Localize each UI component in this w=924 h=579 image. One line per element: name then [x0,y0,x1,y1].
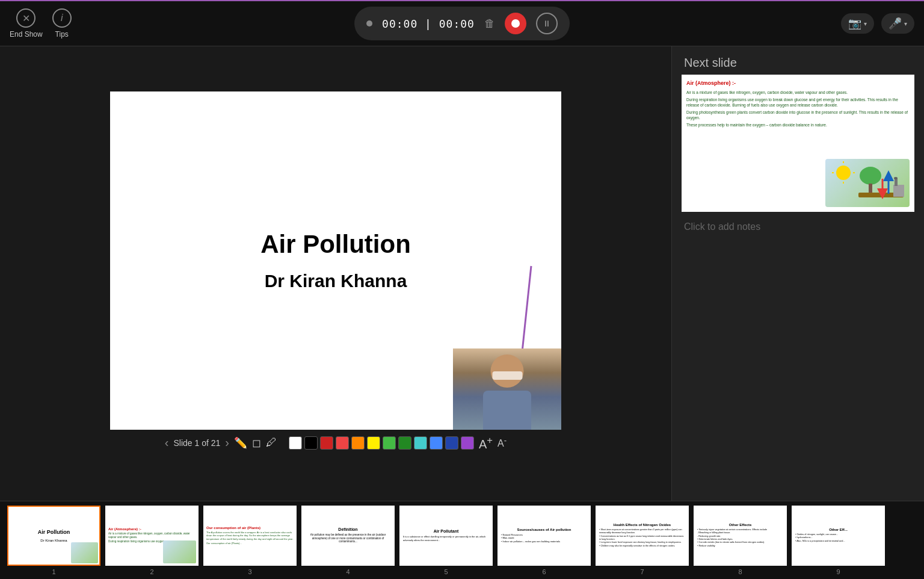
top-bar-left: ✕ End Show i Tips [10,8,72,39]
mic-chevron-icon: ▾ [904,20,907,27]
camera-chevron-icon: ▾ [864,20,867,27]
prev-slide-button[interactable]: ‹ [165,436,169,450]
record-button[interactable] [505,13,526,34]
thumb-num-1: 1 [52,568,55,575]
next-slide-text3: During photosynthesis green plants conve… [686,110,910,120]
thumbnail-9[interactable]: Other Eff... • Oxides of nitrogen, sunli… [792,506,885,575]
color-green1[interactable] [383,436,396,450]
thumb-num-9: 9 [836,568,840,575]
tips-button[interactable]: i Tips [52,8,72,39]
timer-status-dot [366,20,372,26]
timer-display: 00:00 | 00:00 [382,17,475,30]
record-icon [511,19,520,28]
thumb-num-4: 4 [346,568,350,575]
next-slide-content: Air (Atmosphere) :- Air is a mixture of … [682,75,914,134]
color-white[interactable] [289,436,302,450]
notes-placeholder: Click to add notes [684,221,760,232]
next-slide-diagram [825,159,910,207]
highlight-tool-button[interactable]: 🖊 [266,436,277,449]
slide-author: Dr Kiran Khanna [265,271,407,291]
thumb-img-9: Other Eff... • Oxides of nitrogen, sunli… [792,506,885,566]
next-slide-button[interactable]: › [225,436,229,450]
next-slide-title: Air (Atmosphere) :- [686,79,910,87]
person-body [483,391,531,430]
right-controls: 📷 ▾ 🎤 ▾ [841,13,914,34]
thumbnail-8[interactable]: Other Effects • Seriously injure vegetat… [694,506,787,575]
svg-point-7 [860,167,881,185]
thumb-num-5: 5 [444,568,448,575]
slide-info: Slide 1 of 21 [173,438,220,448]
person-head [491,355,524,388]
thumb-img-4: Definition Air pollution may be defined … [301,506,395,566]
thumbnail-6[interactable]: Sources/causes of Air pollution • Natura… [497,506,591,575]
camera-button[interactable]: 📷 ▾ [841,13,874,34]
pen-tool-button[interactable]: ✏️ [234,436,247,450]
end-show-icon: ✕ [16,8,35,28]
pause-button[interactable]: ⏸ [536,13,558,34]
color-red2[interactable] [336,436,349,450]
end-show-label: End Show [10,30,43,39]
mic-icon: 🎤 [889,17,902,30]
delete-recording-button[interactable]: 🗑 [484,17,495,30]
thumb-img-5: Air Pollutant It is a substance or effec… [399,506,493,566]
font-increase-button[interactable]: A+ [479,435,493,451]
thumb-num-7: 7 [640,568,644,575]
slide-container: Air Pollution Dr Kiran Khanna [110,91,561,430]
tips-icon: i [52,8,72,28]
thumb-img-3: Our consumption of air (Plants) The A po… [203,506,297,566]
thumb-img-8: Other Effects • Seriously injure vegetat… [694,506,787,566]
slide-title: Air Pollution [260,230,411,259]
notes-area[interactable]: Click to add notes [672,212,924,501]
eraser-tool-button[interactable]: ◻ [252,436,261,450]
pause-icon: ⏸ [543,19,551,28]
slide-bottom-controls: ‹ Slide 1 of 21 › ✏️ ◻ 🖊 A+ [155,430,516,456]
thumbnails-bar: Air Pollution Dr Kiran Khanna 1 Air (Atm… [0,501,924,579]
thumbnail-7[interactable]: Health Effects of Nitrogen Oxides • Shor… [596,506,689,575]
color-yellow[interactable] [367,436,380,450]
thumb-img-2: Air (Atmosphere) :- Air is a mixture of … [105,506,199,566]
next-slide-text2: During respiration living organisms use … [686,97,910,108]
color-blue1[interactable] [430,436,443,450]
svg-rect-14 [893,185,904,197]
thumb-img-6: Sources/causes of Air pollution • Natura… [497,506,591,566]
person-glasses [492,371,522,380]
color-cyan[interactable] [414,436,427,450]
next-slide-label: Next slide [672,46,924,75]
thumb-num-2: 2 [150,568,153,575]
camera-preview [453,348,561,430]
svg-point-16 [894,177,898,179]
thumb-num-3: 3 [248,568,251,575]
thumbnail-5[interactable]: Air Pollutant It is a substance or effec… [399,506,493,575]
next-slide-preview: Air (Atmosphere) :- Air is a mixture of … [682,75,914,212]
main-content: Air Pollution Dr Kiran Khanna [0,46,924,501]
svg-point-2 [836,166,851,180]
color-palette [289,436,474,450]
thumb-num-6: 6 [542,568,546,575]
color-purple[interactable] [461,436,474,450]
thumb-img-7: Health Effects of Nitrogen Oxides • Shor… [596,506,689,566]
thumb-img-1: Air Pollution Dr Kiran Khanna [7,506,100,566]
thumbnail-2[interactable]: Air (Atmosphere) :- Air is a mixture of … [105,506,199,575]
color-red1[interactable] [320,436,333,450]
camera-icon: 📷 [848,17,861,30]
color-green2[interactable] [398,436,411,450]
thumbnail-3[interactable]: Our consumption of air (Plants) The A po… [203,506,297,575]
slide-area: Air Pollution Dr Kiran Khanna [0,46,671,501]
thumbnail-4[interactable]: Definition Air pollution may be defined … [301,506,395,575]
camera-person [453,348,561,430]
color-blue2[interactable] [445,436,458,450]
svg-rect-8 [869,184,872,193]
thumb-num-8: 8 [738,568,742,575]
top-bar: ✕ End Show i Tips 00:00 | 00:00 🗑 ⏸ 📷 ▾ … [0,1,924,46]
font-decrease-button[interactable]: A- [497,436,507,449]
recording-controls: 00:00 | 00:00 🗑 ⏸ [354,7,570,40]
color-black[interactable] [304,436,318,450]
tips-label: Tips [55,30,69,39]
color-orange[interactable] [351,436,365,450]
next-slide-text1: Air is a mixture of gases like nitrogen,… [686,90,910,95]
thumbnail-1[interactable]: Air Pollution Dr Kiran Khanna 1 [7,506,100,575]
next-slide-text4: These processes help to maintain the oxy… [686,122,910,128]
microphone-button[interactable]: 🎤 ▾ [881,13,914,34]
svg-rect-15 [895,179,898,186]
end-show-button[interactable]: ✕ End Show [10,8,43,39]
